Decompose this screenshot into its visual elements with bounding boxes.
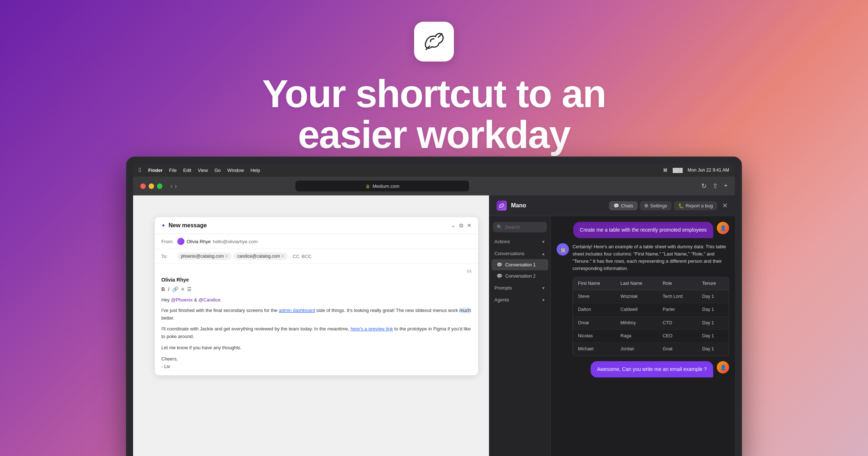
row4-ln: Raga bbox=[616, 330, 658, 343]
row1-fn: Steve bbox=[573, 290, 616, 303]
mano-logo bbox=[497, 200, 507, 211]
menu-help[interactable]: Help bbox=[250, 168, 260, 173]
bot-message-1-text: Certainly! Here's an example of a table … bbox=[573, 243, 729, 273]
recipient-2-text: candice@catalog.com bbox=[237, 254, 280, 259]
user-message-1: 👤 Create me a table with the recently pr… bbox=[557, 222, 729, 238]
chats-nav-button[interactable]: 💬 Chats bbox=[609, 201, 638, 210]
user-bubble-1: Create me a table with the recently prom… bbox=[573, 222, 713, 238]
row4-role: CEO bbox=[658, 330, 697, 343]
email-para3: Let me know if you have any thoughts. bbox=[161, 344, 472, 352]
hero-section: Your shortcut to an easier workday The b… bbox=[0, 0, 868, 176]
browser-content: ✦ New message ⌄ ⧉ ✕ From: bbox=[133, 195, 735, 456]
table-row-3: Omar Mihilmy CTO Day 1 bbox=[573, 316, 729, 329]
ordered-list-icon[interactable]: ☰ bbox=[187, 286, 192, 292]
report-bug-nav-label: Report a bug bbox=[686, 203, 713, 208]
bcc-button[interactable]: BCC bbox=[302, 254, 311, 259]
table-row-5: Michael Jordan Goat Day 1 bbox=[573, 343, 729, 356]
search-box[interactable]: 🔍 bbox=[493, 222, 547, 232]
agents-section: Agents ▼ bbox=[489, 294, 550, 305]
preview-link[interactable]: here's a preview link bbox=[350, 326, 393, 332]
to-value: phoenix@catalog.com × candice@catalog.co… bbox=[177, 253, 311, 260]
spark-icon: ✦ bbox=[161, 223, 166, 228]
col-tenure: Tenure bbox=[697, 277, 729, 290]
agents-section-header[interactable]: Agents ▼ bbox=[489, 294, 550, 305]
back-button[interactable]: ‹ bbox=[170, 182, 173, 190]
bot-avatar-1: 🤖 bbox=[557, 243, 569, 256]
search-input[interactable] bbox=[505, 224, 543, 230]
svg-line-1 bbox=[438, 34, 442, 37]
compose-toolbar: B I 🔗 ≡ ☰ bbox=[161, 286, 472, 292]
close-chat-button[interactable]: ✕ bbox=[722, 202, 728, 210]
sender-display-name: Olivia Rhye bbox=[161, 277, 472, 283]
share-icon[interactable]: ⇧ bbox=[712, 182, 718, 190]
row1-tenure: Day 1 bbox=[697, 290, 729, 303]
menu-view[interactable]: View bbox=[198, 168, 208, 173]
conversation-1-item[interactable]: 💬 Conversation 1 bbox=[492, 259, 548, 270]
close-window-button[interactable] bbox=[140, 183, 146, 189]
sender-avatar bbox=[177, 238, 184, 245]
col-role: Role bbox=[658, 277, 697, 290]
recipient-1[interactable]: phoenix@catalog.com × bbox=[177, 253, 231, 260]
remove-recipient-2-icon[interactable]: × bbox=[281, 254, 284, 259]
report-bug-nav-button[interactable]: 🐛 Report a bug bbox=[674, 201, 717, 210]
chats-nav-label: Chats bbox=[621, 203, 633, 208]
user-avatar-1: 👤 bbox=[717, 222, 729, 234]
to-label: To: bbox=[161, 254, 177, 259]
recipient-2[interactable]: candice@catalog.com × bbox=[234, 253, 288, 260]
mano-logo-icon bbox=[499, 203, 505, 208]
actions-chevron-icon: ▼ bbox=[541, 240, 545, 244]
from-field: From: Olivia Rhye hello@oliviarhye.com bbox=[155, 234, 478, 249]
to-field: To: phoenix@catalog.com × candice@catalo… bbox=[155, 249, 478, 264]
compose-title: New message bbox=[169, 222, 207, 229]
from-label: From: bbox=[161, 239, 177, 244]
prompts-section-header[interactable]: Prompts ▼ bbox=[489, 282, 550, 294]
row2-role: Parter bbox=[658, 303, 697, 316]
menu-finder[interactable]: Finder bbox=[148, 168, 163, 173]
settings-nav-button[interactable]: ⚙ Settings bbox=[640, 201, 672, 210]
menu-window[interactable]: Window bbox=[227, 168, 244, 173]
url-bar[interactable]: 🔒 Medium.com bbox=[295, 181, 469, 191]
italic-icon[interactable]: I bbox=[168, 286, 169, 292]
new-tab-icon[interactable]: + bbox=[724, 182, 728, 190]
list-icon[interactable]: ≡ bbox=[181, 286, 184, 292]
admin-dashboard-link[interactable]: admin dashboard bbox=[279, 308, 315, 313]
minimize-window-button[interactable] bbox=[149, 183, 154, 189]
bot-message-1: 🤖 Certainly! Here's an example of a tabl… bbox=[557, 243, 729, 356]
user-message-2-text: Awesome, Can you write me an email examp… bbox=[597, 366, 707, 372]
actions-section-header[interactable]: Actions ▼ bbox=[489, 236, 550, 247]
cc-button[interactable]: CC bbox=[293, 254, 299, 259]
row4-fn: Nicolas bbox=[573, 330, 616, 343]
actions-section: Actions ▼ bbox=[489, 236, 550, 247]
remove-recipient-1-icon[interactable]: × bbox=[225, 254, 228, 259]
maximize-window-button[interactable] bbox=[157, 183, 162, 189]
app-icon bbox=[414, 22, 454, 62]
conversation-2-item[interactable]: 💬 Conversation 2 bbox=[492, 270, 548, 282]
nav-arrows: ‹ › bbox=[170, 182, 177, 190]
refresh-icon[interactable]: ↻ bbox=[701, 182, 707, 190]
user-message-2: 👤 Awesome, Can you write me an email exa… bbox=[557, 361, 729, 377]
chat-header: Mano 💬 Chats ⚙ Settings 🐛 bbox=[489, 195, 735, 216]
email-body: Hey @Phoenix & @Candice I've just finish… bbox=[161, 296, 472, 370]
chat-body: 🔍 Actions ▼ Con bbox=[489, 216, 735, 456]
menu-edit[interactable]: Edit bbox=[183, 168, 191, 173]
col-firstname: First Name bbox=[573, 277, 616, 290]
link-icon[interactable]: 🔗 bbox=[172, 286, 178, 292]
bold-icon[interactable]: B bbox=[161, 286, 165, 292]
row2-fn: Dalton bbox=[573, 303, 616, 316]
email-signature: - Liv bbox=[161, 363, 472, 371]
expand-compose-icon[interactable]: ⧉ bbox=[459, 222, 463, 229]
menu-file[interactable]: File bbox=[169, 168, 177, 173]
compose-header: ✦ New message ⌄ ⧉ ✕ bbox=[155, 217, 478, 234]
battery-icon: ▓▓▓ bbox=[673, 168, 682, 173]
prompts-section: Prompts ▼ bbox=[489, 282, 550, 294]
conversations-section-header[interactable]: Conversations ▲ bbox=[489, 248, 550, 259]
minimize-compose-icon[interactable]: ⌄ bbox=[451, 222, 456, 229]
row3-fn: Omar bbox=[573, 316, 616, 329]
close-compose-icon[interactable]: ✕ bbox=[467, 222, 472, 229]
row3-ln: Mihilmy bbox=[616, 316, 658, 329]
email-greeting: Hey @Phoenix & @Candice bbox=[161, 296, 472, 304]
forward-button[interactable]: › bbox=[175, 182, 177, 190]
menu-go[interactable]: Go bbox=[214, 168, 221, 173]
gear-icon: ⚙ bbox=[644, 203, 648, 208]
menubar:  Finder File Edit View Go Window Help ⌘… bbox=[133, 164, 735, 177]
